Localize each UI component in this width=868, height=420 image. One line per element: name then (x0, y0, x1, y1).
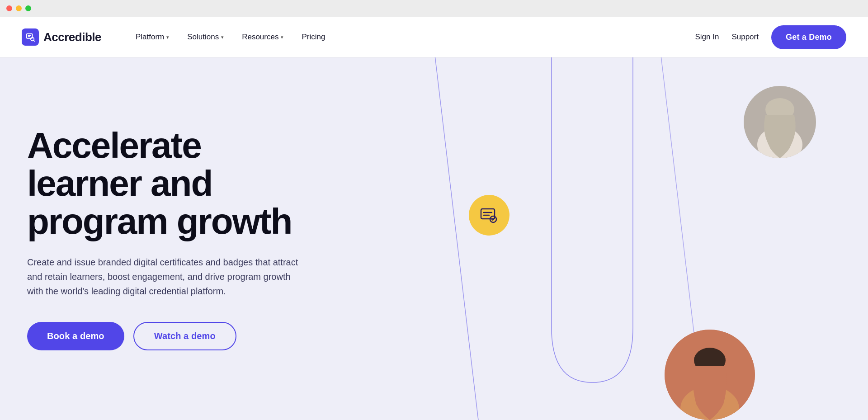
nav-item-solutions[interactable]: Solutions ▾ (180, 29, 231, 45)
minimize-button[interactable] (16, 5, 22, 11)
resources-chevron-icon: ▾ (281, 34, 283, 40)
svg-rect-4 (481, 209, 495, 219)
sign-in-link[interactable]: Sign In (695, 33, 719, 42)
book-demo-button[interactable]: Book a demo (27, 322, 124, 350)
nav-right: Sign In Support Get a Demo (695, 25, 846, 49)
watch-demo-button[interactable]: Watch a demo (133, 322, 236, 350)
svg-line-2 (434, 57, 479, 420)
titlebar (0, 0, 868, 17)
nav-item-pricing[interactable]: Pricing (294, 29, 332, 45)
hero-headline: Accelerate learner and program growth (27, 127, 316, 241)
avatar-man (665, 330, 755, 420)
platform-chevron-icon: ▾ (166, 34, 169, 40)
maximize-button[interactable] (25, 5, 31, 11)
nav-links: Platform ▾ Solutions ▾ Resources ▾ Prici… (128, 29, 695, 45)
logo[interactable]: Accredible (22, 28, 101, 46)
support-link[interactable]: Support (731, 33, 759, 42)
hero-subtext: Create and issue branded digital certifi… (27, 255, 307, 298)
solutions-chevron-icon: ▾ (221, 34, 224, 40)
logo-icon (22, 28, 39, 46)
certificate-badge (469, 195, 509, 236)
get-demo-button[interactable]: Get a Demo (771, 25, 846, 49)
navbar: Accredible Platform ▾ Solutions ▾ Resour… (0, 17, 868, 57)
hero-content: Accelerate learner and program growth Cr… (0, 127, 344, 350)
hero-buttons: Book a demo Watch a demo (27, 322, 316, 350)
close-button[interactable] (6, 5, 12, 11)
hero-section: Accelerate learner and program growth Cr… (0, 57, 868, 420)
avatar-woman (744, 86, 816, 158)
nav-item-resources[interactable]: Resources ▾ (235, 29, 291, 45)
logo-wordmark: Accredible (43, 30, 101, 44)
nav-item-platform[interactable]: Platform ▾ (128, 29, 176, 45)
